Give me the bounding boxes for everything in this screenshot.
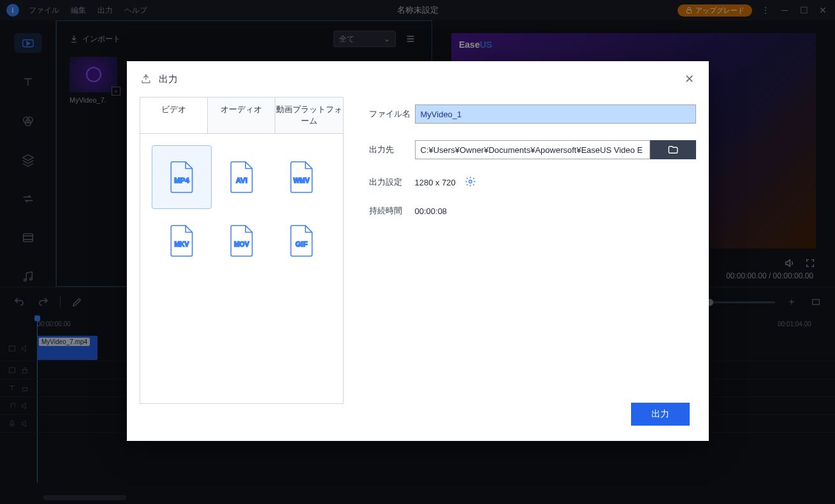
modal-overlay: 出力 ✕ ビデオ オーディオ 動画プラットフォーム MP4 AVI [0, 0, 835, 504]
format-tabs: ビデオ オーディオ 動画プラットフォーム [140, 97, 344, 133]
svg-text:WMV: WMV [293, 177, 309, 184]
tab-platform[interactable]: 動画プラットフォーム [275, 97, 342, 133]
filename-input[interactable] [415, 104, 696, 124]
svg-point-21 [469, 180, 472, 184]
gear-icon [465, 176, 476, 187]
resolution-value: 1280 x 720 [415, 178, 456, 187]
svg-text:MP4: MP4 [174, 176, 189, 184]
export-modal: 出力 ✕ ビデオ オーディオ 動画プラットフォーム MP4 AVI [127, 61, 709, 441]
svg-text:GIF: GIF [295, 240, 307, 248]
format-mp4[interactable]: MP4 [152, 145, 212, 209]
settings-button[interactable] [465, 176, 477, 189]
format-mkv[interactable]: MKV [152, 209, 212, 273]
svg-text:MKV: MKV [174, 241, 189, 248]
browse-button[interactable] [650, 140, 696, 159]
svg-text:MOV: MOV [234, 241, 249, 248]
format-mov[interactable]: MOV [212, 209, 272, 273]
export-icon [140, 73, 152, 85]
label-path: 出力先 [369, 144, 415, 155]
format-wmv[interactable]: WMV [272, 145, 331, 209]
settings-panel: ファイル名 出力先 C:¥Users¥Owner¥Documents¥Apowe… [369, 97, 696, 428]
format-gif[interactable]: GIF [272, 209, 331, 273]
svg-text:AVI: AVI [235, 176, 247, 184]
format-avi[interactable]: AVI [212, 145, 272, 209]
label-filename: ファイル名 [369, 108, 415, 120]
modal-title: 出力 [159, 73, 178, 85]
modal-close-button[interactable]: ✕ [683, 73, 696, 85]
export-button[interactable]: 出力 [631, 403, 690, 426]
label-settings: 出力設定 [369, 176, 415, 188]
folder-icon [667, 144, 679, 155]
format-grid: MP4 AVI WMV MKV MOV GIF [140, 133, 344, 404]
path-display: C:¥Users¥Owner¥Documents¥Apowersoft¥Ease… [415, 140, 650, 159]
label-duration: 持続時間 [369, 205, 415, 217]
tab-audio[interactable]: オーディオ [207, 97, 275, 133]
duration-value: 00:00:08 [415, 206, 447, 216]
tab-video[interactable]: ビデオ [140, 97, 207, 133]
